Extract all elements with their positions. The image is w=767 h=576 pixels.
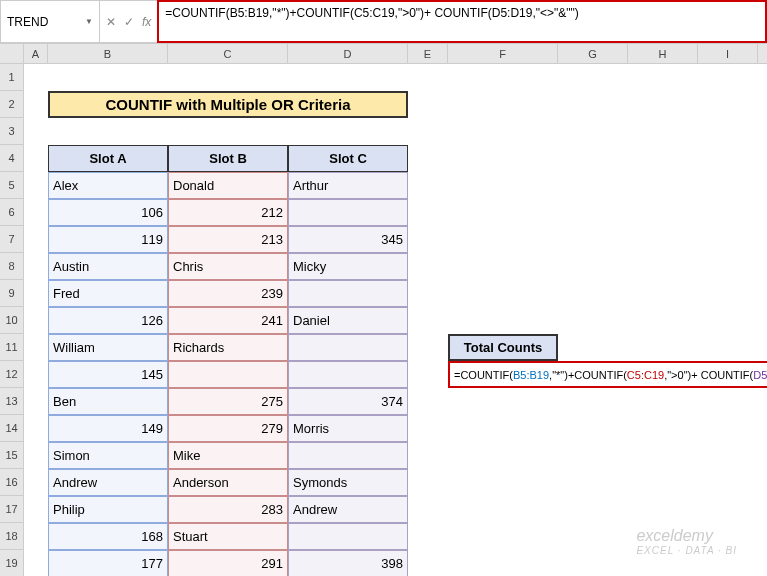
row-header[interactable]: 4	[0, 145, 24, 172]
cell-d6[interactable]	[288, 199, 408, 226]
title-cell[interactable]: COUNTIF with Multiple OR Criteria	[48, 91, 408, 118]
spreadsheet-grid[interactable]: A B C D E F G H I 1234567891011121314151…	[0, 44, 767, 64]
cell-b10[interactable]: 126	[48, 307, 168, 334]
watermark-main: exceldemy	[636, 527, 737, 545]
row-header[interactable]: 7	[0, 226, 24, 253]
row-header[interactable]: 13	[0, 388, 24, 415]
cell-d19[interactable]: 398	[288, 550, 408, 576]
cell-d5[interactable]: Arthur	[288, 172, 408, 199]
chevron-down-icon[interactable]: ▼	[85, 17, 93, 26]
cell-c8[interactable]: Chris	[168, 253, 288, 280]
col-header-a[interactable]: A	[24, 44, 48, 63]
formula-bar-text: =COUNTIF(B5:B19,"*")+COUNTIF(C5:C19,">0"…	[165, 6, 579, 20]
row-header[interactable]: 1	[0, 64, 24, 91]
row-header[interactable]: 17	[0, 496, 24, 523]
col-header-i[interactable]: I	[698, 44, 758, 63]
row-header[interactable]: 15	[0, 442, 24, 469]
row-header[interactable]: 12	[0, 361, 24, 388]
row-headers: 12345678910111213141516171819	[0, 64, 24, 576]
cell-b12[interactable]: 145	[48, 361, 168, 388]
formula-bar[interactable]: =COUNTIF(B5:B19,"*")+COUNTIF(C5:C19,">0"…	[157, 0, 767, 43]
cell-d16[interactable]: Symonds	[288, 469, 408, 496]
row-header[interactable]: 3	[0, 118, 24, 145]
row-header[interactable]: 10	[0, 307, 24, 334]
cell-b13[interactable]: Ben	[48, 388, 168, 415]
cell-b15[interactable]: Simon	[48, 442, 168, 469]
cell-d17[interactable]: Andrew	[288, 496, 408, 523]
row-header[interactable]: 6	[0, 199, 24, 226]
row-header[interactable]: 16	[0, 469, 24, 496]
cell-c12[interactable]	[168, 361, 288, 388]
header-slot-a[interactable]: Slot A	[48, 145, 168, 172]
cell-b16[interactable]: Andrew	[48, 469, 168, 496]
cell-c11[interactable]: Richards	[168, 334, 288, 361]
formula-result-cell[interactable]: =COUNTIF(B5:B19,"*")+COUNTIF(C5:C19,">0"…	[448, 361, 767, 388]
cell-d11[interactable]	[288, 334, 408, 361]
cell-b17[interactable]: Philip	[48, 496, 168, 523]
cell-b6[interactable]: 106	[48, 199, 168, 226]
col-header-b[interactable]: B	[48, 44, 168, 63]
cell-d13[interactable]: 374	[288, 388, 408, 415]
select-all-corner[interactable]	[0, 44, 24, 63]
fx-icon[interactable]: fx	[142, 15, 151, 29]
col-header-c[interactable]: C	[168, 44, 288, 63]
row-header[interactable]: 8	[0, 253, 24, 280]
col-header-g[interactable]: G	[558, 44, 628, 63]
cell-c17[interactable]: 283	[168, 496, 288, 523]
col-header-h[interactable]: H	[628, 44, 698, 63]
cell-c13[interactable]: 275	[168, 388, 288, 415]
row-header[interactable]: 19	[0, 550, 24, 576]
col-header-e[interactable]: E	[408, 44, 448, 63]
column-headers: A B C D E F G H I	[0, 44, 767, 64]
cell-b7[interactable]: 119	[48, 226, 168, 253]
cell-d7[interactable]: 345	[288, 226, 408, 253]
cell-c16[interactable]: Anderson	[168, 469, 288, 496]
cell-c6[interactable]: 212	[168, 199, 288, 226]
name-box-value: TREND	[7, 15, 48, 29]
row-header[interactable]: 9	[0, 280, 24, 307]
col-header-d[interactable]: D	[288, 44, 408, 63]
cell-d8[interactable]: Micky	[288, 253, 408, 280]
cell-b18[interactable]: 168	[48, 523, 168, 550]
cell-d18[interactable]	[288, 523, 408, 550]
row-header[interactable]: 2	[0, 91, 24, 118]
row-header[interactable]: 11	[0, 334, 24, 361]
formula-bar-row: TREND ▼ ✕ ✓ fx =COUNTIF(B5:B19,"*")+COUN…	[0, 0, 767, 44]
col-header-f[interactable]: F	[448, 44, 558, 63]
cell-d12[interactable]	[288, 361, 408, 388]
cell-c10[interactable]: 241	[168, 307, 288, 334]
cell-d9[interactable]	[288, 280, 408, 307]
row-header[interactable]: 5	[0, 172, 24, 199]
header-slot-b[interactable]: Slot B	[168, 145, 288, 172]
cell-c15[interactable]: Mike	[168, 442, 288, 469]
cell-d14[interactable]: Morris	[288, 415, 408, 442]
cell-b8[interactable]: Austin	[48, 253, 168, 280]
cell-d15[interactable]	[288, 442, 408, 469]
cell-d10[interactable]: Daniel	[288, 307, 408, 334]
cell-c18[interactable]: Stuart	[168, 523, 288, 550]
cell-b5[interactable]: Alex	[48, 172, 168, 199]
cell-c14[interactable]: 279	[168, 415, 288, 442]
formula-controls: ✕ ✓ fx	[100, 0, 157, 43]
cell-b14[interactable]: 149	[48, 415, 168, 442]
confirm-icon[interactable]: ✓	[124, 15, 134, 29]
header-slot-c[interactable]: Slot C	[288, 145, 408, 172]
row-header[interactable]: 14	[0, 415, 24, 442]
row-header[interactable]: 18	[0, 523, 24, 550]
cell-c19[interactable]: 291	[168, 550, 288, 576]
cell-b11[interactable]: William	[48, 334, 168, 361]
name-box[interactable]: TREND ▼	[0, 0, 100, 43]
cell-b9[interactable]: Fred	[48, 280, 168, 307]
watermark: exceldemy EXCEL · DATA · BI	[636, 527, 737, 556]
cancel-icon[interactable]: ✕	[106, 15, 116, 29]
cell-b19[interactable]: 177	[48, 550, 168, 576]
watermark-sub: EXCEL · DATA · BI	[636, 545, 737, 556]
cell-c7[interactable]: 213	[168, 226, 288, 253]
total-counts-header[interactable]: Total Counts	[448, 334, 558, 361]
cell-c9[interactable]: 239	[168, 280, 288, 307]
cell-c5[interactable]: Donald	[168, 172, 288, 199]
